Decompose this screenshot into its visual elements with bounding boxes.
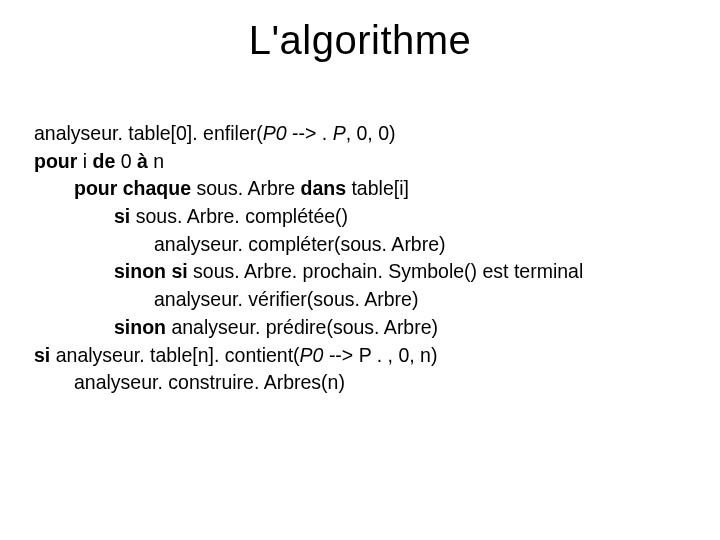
algo-line-3: pour chaque sous. Arbre dans table[i] bbox=[34, 175, 686, 203]
kw-de: de bbox=[93, 150, 121, 172]
text: analyseur. table[n]. contient( bbox=[56, 344, 300, 366]
algo-line-5: analyseur. compléter(sous. Arbre) bbox=[34, 231, 686, 259]
text: --> . bbox=[292, 122, 333, 144]
text: analyseur. vérifier(sous. Arbre) bbox=[154, 288, 418, 310]
text-italic: P0 bbox=[263, 122, 292, 144]
kw-dans: dans bbox=[301, 177, 352, 199]
kw-si: si bbox=[34, 344, 56, 366]
text: n bbox=[153, 150, 164, 172]
algo-line-8: sinon analyseur. prédire(sous. Arbre) bbox=[34, 314, 686, 342]
algo-line-6: sinon si sous. Arbre. prochain. Symbole(… bbox=[34, 258, 686, 286]
algo-line-7: analyseur. vérifier(sous. Arbre) bbox=[34, 286, 686, 314]
slide-title: L'algorithme bbox=[0, 18, 720, 63]
text: i bbox=[83, 150, 93, 172]
text-italic: P bbox=[333, 122, 346, 144]
text: 0 bbox=[121, 150, 137, 172]
kw-sinon: sinon bbox=[114, 316, 171, 338]
text: sous. Arbre bbox=[196, 177, 300, 199]
text: --> P . , 0, n) bbox=[329, 344, 438, 366]
text: analyseur. table[0]. enfiler( bbox=[34, 122, 263, 144]
text-italic: P0 bbox=[300, 344, 329, 366]
text: analyseur. prédire(sous. Arbre) bbox=[171, 316, 438, 338]
algorithm-body: analyseur. table[0]. enfiler(P0 --> . P,… bbox=[34, 120, 686, 397]
kw-pour-chaque: pour chaque bbox=[74, 177, 196, 199]
algo-line-4: si sous. Arbre. complétée() bbox=[34, 203, 686, 231]
text: analyseur. compléter(sous. Arbre) bbox=[154, 233, 446, 255]
text: analyseur. construire. Arbres(n) bbox=[74, 371, 345, 393]
algo-line-1: analyseur. table[0]. enfiler(P0 --> . P,… bbox=[34, 120, 686, 148]
algo-line-10: analyseur. construire. Arbres(n) bbox=[34, 369, 686, 397]
kw-pour: pour bbox=[34, 150, 83, 172]
kw-a: à bbox=[137, 150, 153, 172]
text: table[i] bbox=[351, 177, 408, 199]
algo-line-9: si analyseur. table[n]. contient(P0 --> … bbox=[34, 342, 686, 370]
kw-sinon-si: sinon si bbox=[114, 260, 193, 282]
kw-si: si bbox=[114, 205, 136, 227]
algo-line-2: pour i de 0 à n bbox=[34, 148, 686, 176]
text: sous. Arbre. prochain. Symbole() est ter… bbox=[193, 260, 583, 282]
text: sous. Arbre. complétée() bbox=[136, 205, 348, 227]
slide: L'algorithme analyseur. table[0]. enfile… bbox=[0, 0, 720, 540]
text: , 0, 0) bbox=[346, 122, 396, 144]
